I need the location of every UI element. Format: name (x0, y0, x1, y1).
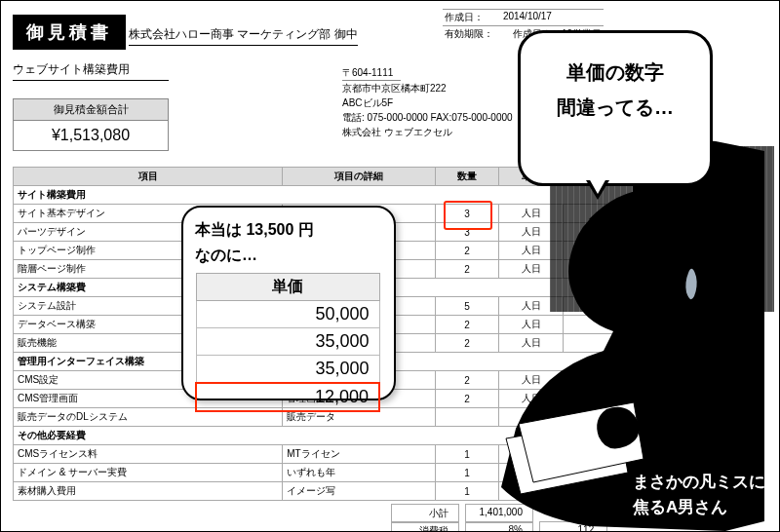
mini-row: 50,000 (196, 301, 379, 328)
category: サイト構築費用 (14, 186, 664, 205)
vendor-info: 〒604-1111 京都市中京区橘本町222 ABCビル5F 電話: 075-0… (342, 65, 513, 139)
cell-price: 25,000 (564, 334, 663, 353)
vendor-name: 株式会社 ウェブエクセル (342, 127, 452, 137)
client-name: 株式会社ハロー商事 マーケティング部 御中 (129, 26, 358, 46)
vendor-addr: 京都市中京区橘本町222 (342, 83, 447, 94)
col-header: 数量 (435, 168, 499, 186)
cell-sub (663, 408, 762, 427)
cell-unit: 人日 (499, 390, 564, 408)
caption: まさかの凡ミスに 焦るA男さん (633, 470, 765, 519)
cell-sub (663, 390, 762, 408)
created-label: 作成日： (445, 11, 484, 24)
vendor-bldg: ABCビル5F (342, 97, 393, 108)
cell-detail: MTライセン (283, 445, 435, 464)
cell-sub: 50,000 (663, 316, 762, 334)
cell-unit: 人日 (499, 316, 564, 334)
vendor-postal: 〒604-1111 (342, 65, 401, 81)
cell-price: 35,000 (564, 390, 663, 408)
cell-qty: 1 (435, 464, 499, 482)
total-value: ¥1,513,080 (13, 120, 169, 151)
cell-unit: 人日 (499, 334, 564, 353)
mini-row-error: 12,000 (196, 383, 379, 411)
cell-sub (663, 260, 762, 279)
mini-row: 35,000 (196, 356, 379, 384)
total-box: 御見積金額合計 ¥1,513,080 (13, 98, 169, 151)
cell-detail: いずれも年 (283, 464, 435, 482)
subject: ウェブサイト構築費用 (13, 61, 169, 81)
cell-qty: 2 (435, 390, 499, 408)
category-subtotal (663, 427, 762, 445)
caption-line2: 焦るA男さん (633, 498, 727, 516)
col-header: 項目の詳細 (283, 168, 435, 186)
cell-unit: 人日 (499, 260, 564, 279)
category-subtotal: 160,000 (663, 353, 762, 371)
doc-title: 御見積書 (13, 15, 126, 50)
cell-qty: 2 (435, 371, 499, 390)
cell-name: 素材購入費用 (14, 482, 283, 501)
cell-sub: 158,000 (663, 445, 762, 464)
tax-rate: 8% (465, 521, 533, 532)
cell-unit: 人日 (499, 297, 564, 316)
bubble-left-line2: なのに… (195, 247, 257, 263)
caption-line1: まさかの凡ミスに (633, 473, 765, 491)
cell-price: 158,000 (564, 445, 663, 464)
cell-name: ドメイン & サーバー実費 (14, 464, 283, 482)
footer-tax: 消費税 8% 112, (391, 521, 607, 532)
tax-label: 消費税 (391, 521, 459, 532)
cell-qty: 5 (435, 297, 499, 316)
vendor-tel: 電話: 075-000-0000 FAX:075-000-0000 (342, 112, 513, 123)
cell-qty: 2 (435, 242, 499, 260)
cell-unit: 人日 (499, 223, 564, 242)
cell-qty (435, 408, 499, 427)
cell-price: 30,000 (564, 371, 663, 390)
cell-sub: 200,000 (663, 297, 762, 316)
cell-unit: 人日 (499, 242, 564, 260)
bubble-right-line1: 単価の数字 (566, 61, 664, 83)
cell-unit (499, 408, 564, 427)
speech-tail-icon (586, 180, 609, 200)
speech-bubble-right: 単価の数字間違ってる… (518, 30, 713, 186)
cell-sub (663, 371, 762, 390)
cell-qty: 1 (435, 445, 499, 464)
mini-row: 35,000 (196, 328, 379, 356)
cell-unit: 式 (499, 445, 564, 464)
cell-price: 35,000 (564, 223, 663, 242)
bubble-right-line2: 間違ってる… (557, 96, 674, 118)
cell-sub: 70,000 (663, 242, 762, 260)
cell-unit: 式 (499, 482, 564, 501)
cell-name: CMSライセンス料 (14, 445, 283, 464)
cell-price: 50,000 (564, 205, 663, 223)
cell-unit: 人日 (499, 205, 564, 223)
cell-sub (663, 223, 762, 242)
cell-sub: 50,000 (663, 334, 762, 353)
highlight-column-box (444, 201, 492, 230)
category: その他必要経費 (14, 427, 664, 445)
cell-qty: 2 (435, 316, 499, 334)
cell-qty: 1 (435, 482, 499, 501)
col-header: 項目 (14, 168, 283, 186)
expire-label: 有効期限： (445, 27, 493, 41)
mini-price-table: 単価 50,000 35,000 35,000 12,000 (195, 273, 380, 412)
cell-unit: 式 (499, 464, 564, 482)
sum-label: 小計 (391, 504, 459, 523)
cell-unit: 人日 (499, 371, 564, 390)
cell-price: 25,000 (564, 316, 663, 334)
cell-price: 40,000 (564, 297, 663, 316)
created-value: 2014/10/17 (503, 11, 552, 24)
category-subtotal: 650,000 (663, 186, 762, 205)
cell-price: 30,000 (564, 408, 663, 427)
mini-header: 単価 (196, 274, 379, 301)
footer-totals: 小計 1,401,000 (391, 504, 533, 523)
cell-detail: イメージ写 (283, 482, 435, 501)
tax-value: 112, (539, 521, 607, 532)
cell-qty: 2 (435, 334, 499, 353)
cell-price: 35,000 (564, 242, 663, 260)
bubble-left-line1: 本当は 13,500 円 (195, 221, 314, 238)
sum-value: 1,401,000 (465, 504, 533, 523)
cell-sub: 150,000 (663, 205, 762, 223)
cell-qty: 2 (435, 260, 499, 279)
speech-bubble-left: 本当は 13,500 円なのに… 単価 50,000 35,000 35,000… (181, 206, 396, 400)
cell-price: 12,000 (564, 260, 663, 279)
category-subtotal: 300,000 (663, 279, 762, 297)
total-label: 御見積金額合計 (13, 98, 169, 120)
